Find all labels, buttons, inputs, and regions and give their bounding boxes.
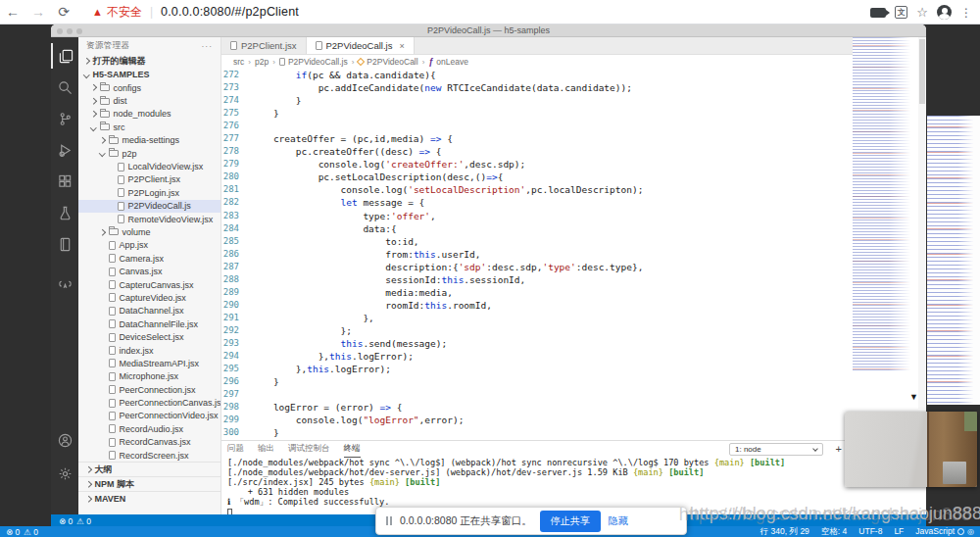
address-bar[interactable]: 0.0.0.0:8080/#/p2pClient (161, 5, 299, 19)
sidebar-section-NPM 脚本[interactable]: NPM 脚本 (78, 476, 220, 491)
tree-item-media-settings[interactable]: media-settings (78, 134, 220, 147)
reload-icon[interactable]: ⟳ (51, 4, 76, 20)
breadcrumb-onleave[interactable]: ƒonLeave (428, 57, 468, 67)
profile-avatar[interactable] (937, 5, 952, 20)
tree-item-index.jsx[interactable]: index.jsx (78, 344, 220, 357)
tree-item-peerconnectionvideo.jsx[interactable]: PeerConnectionVideo.jsx (78, 410, 220, 422)
bookmark-star-icon[interactable]: ☆ (916, 5, 928, 20)
close-tab-icon[interactable]: × (399, 41, 404, 51)
tree-item-datachannel.jsx[interactable]: DataChannel.jsx (78, 305, 220, 317)
tree-item-src[interactable]: src (78, 121, 220, 133)
run-debug-icon[interactable] (51, 137, 78, 163)
minimap[interactable] (853, 37, 918, 370)
notifications-bell-icon[interactable]: ◎ (967, 527, 974, 536)
test-flask-icon[interactable] (51, 200, 78, 225)
tree-item-microphone.jsx[interactable]: Microphone.jsx (78, 370, 220, 383)
stop-sharing-button[interactable]: 停止共享 (540, 511, 601, 532)
security-chip[interactable]: ▲ 不安全 | (92, 4, 161, 21)
tree-item-p2pclient.jsx[interactable]: P2PClient.jsx (78, 173, 220, 186)
notebook-icon[interactable] (51, 231, 78, 257)
screen-share-camera-icon[interactable] (870, 8, 886, 18)
panel-tab-终端[interactable]: 终端 (344, 443, 361, 458)
tree-item-node_modules[interactable]: node_modules (78, 108, 220, 121)
problems-errors[interactable]: ⊗ 0 (59, 516, 73, 526)
breadcrumb-p2p[interactable]: p2p (255, 57, 269, 67)
tree-item-recordscreen.jsx[interactable]: RecordScreen.jsx (78, 449, 220, 462)
explorer-title: 资源管理器 (86, 40, 130, 52)
tree-item-peerconnection.jsx[interactable]: PeerConnection.jsx (78, 383, 220, 396)
tree-item-peerconnectioncanvas.jsx[interactable]: PeerConnectionCanvas.jsx (78, 396, 220, 409)
extensions-icon[interactable] (51, 169, 78, 194)
scroll-down-icon[interactable]: ▼ (909, 392, 918, 402)
back-icon[interactable]: ← (0, 4, 25, 20)
tree-item-recordaudio.jsx[interactable]: RecordAudio.jsx (78, 422, 220, 435)
browser-menu-icon[interactable]: ⋮ (960, 6, 972, 20)
panel-tab-问题[interactable]: 问题 (227, 443, 244, 458)
tree-item-app.jsx[interactable]: App.jsx (78, 239, 220, 252)
share-message: 0.0.0.0:8080 正在共享窗口。 (400, 514, 532, 528)
tree-item-datachannelfile.jsx[interactable]: DataChannelFile.jsx (78, 317, 220, 330)
breadcrumb-p2pvideocall[interactable]: P2PVideoCall (358, 57, 417, 67)
tree-item-capterucanvas.jsx[interactable]: CapteruCanvas.jsx (78, 278, 220, 291)
status-segment[interactable]: UTF-8 (858, 526, 882, 537)
code-line: 298 logError = (error) => { (221, 401, 926, 414)
tree-item-remotevideoview.jsx[interactable]: RemoteVideoView.jsx (78, 213, 220, 225)
account-icon[interactable] (51, 427, 78, 453)
status-errors[interactable]: ⊗ 0 (6, 527, 20, 537)
tree-item-deviceselect.jsx[interactable]: DeviceSelect.jsx (78, 330, 220, 343)
url-divider: | (150, 5, 153, 19)
tree-item-localvideoview.jsx[interactable]: LocalVideoView.jsx (78, 160, 220, 172)
tree-item-capturevideo.jsx[interactable]: CaptureVideo.jsx (78, 291, 220, 304)
open-editors-section[interactable]: 打开的编辑器 (78, 54, 220, 68)
file-icon (118, 215, 124, 223)
terminal-select[interactable]: 1: node (729, 443, 823, 456)
status-segment[interactable]: 行 340, 列 29 (760, 526, 809, 537)
chevron-down-icon (812, 446, 818, 452)
file-icon (118, 188, 124, 197)
breadcrumb-p2pvideocall.js[interactable]: P2PVideoCall.js (279, 57, 348, 67)
code-line: 288 sessionId:this.sessionId, (221, 273, 926, 286)
tree-item-configs[interactable]: configs (78, 81, 220, 94)
translate-icon[interactable]: 文 (895, 6, 907, 19)
settings-gear-icon[interactable] (51, 461, 78, 486)
status-segment[interactable]: JavaScript (915, 526, 955, 537)
tab-p2pvideocall.js[interactable]: P2PVideoCall.js× (307, 37, 415, 54)
explorer-more-icon[interactable]: ··· (202, 41, 214, 51)
breadcrumb-src[interactable]: src (233, 57, 244, 67)
tree-item-camera.jsx[interactable]: Camera.jsx (78, 252, 220, 265)
tree-item-p2plogin.jsx[interactable]: P2PLogin.jsx (78, 186, 220, 199)
problems-warnings[interactable]: ⚠ 0 (76, 516, 91, 526)
tree-item-canvas.jsx[interactable]: Canvas.jsx (78, 265, 220, 277)
tree-item-p2pvideocall.js[interactable]: P2PVideoCall.js (78, 200, 220, 213)
tree-item-dist[interactable]: dist (78, 94, 220, 107)
tab-p2pclient.jsx[interactable]: P2PClient.jsx (221, 37, 307, 54)
pause-icon (386, 516, 392, 525)
code-line: 276 (221, 120, 926, 132)
search-icon[interactable] (51, 74, 78, 100)
status-segment[interactable]: LF (894, 526, 904, 537)
localization-icon[interactable] (51, 272, 78, 298)
hide-share-bar-link[interactable]: 隐藏 (609, 514, 628, 528)
feedback-smiley-icon[interactable] (957, 528, 964, 535)
new-terminal-icon[interactable]: + (836, 443, 842, 455)
panel-tab-输出[interactable]: 输出 (258, 443, 274, 458)
panel-tab-调试控制台[interactable]: 调试控制台 (288, 443, 330, 458)
status-segment[interactable]: 空格: 4 (821, 526, 847, 537)
window-title: P2PVideoCall.js — h5-samples (51, 25, 926, 35)
tree-item-mediastreamapi.jsx[interactable]: MediaStreamAPI.jsx (78, 357, 220, 369)
status-warnings[interactable]: ⚠ 0 (24, 527, 38, 537)
explorer-icon[interactable] (51, 43, 78, 69)
explorer-sidebar: 资源管理器 ··· 打开的编辑器 H5-SAMPLES configsdistn… (78, 37, 221, 514)
workspace-root[interactable]: H5-SAMPLES (78, 68, 220, 81)
forward-icon[interactable]: → (25, 4, 51, 20)
source-control-icon[interactable] (51, 106, 78, 131)
sidebar-section-大纲[interactable]: 大纲 (78, 462, 220, 476)
sidebar-section-MAVEN[interactable]: MAVEN (78, 491, 220, 506)
folder-icon (100, 111, 110, 118)
tree-item-recordcanvas.jsx[interactable]: RecordCanvas.jsx (78, 436, 220, 449)
method-icon: ƒ (428, 58, 433, 66)
editor-scrollbar[interactable] (918, 37, 926, 409)
tree-item-p2p[interactable]: p2p (78, 147, 220, 160)
tree-item-volume[interactable]: volume (78, 225, 220, 238)
code-editor[interactable]: 272 if(pc && data.candidate){273 pc.addI… (221, 69, 926, 440)
